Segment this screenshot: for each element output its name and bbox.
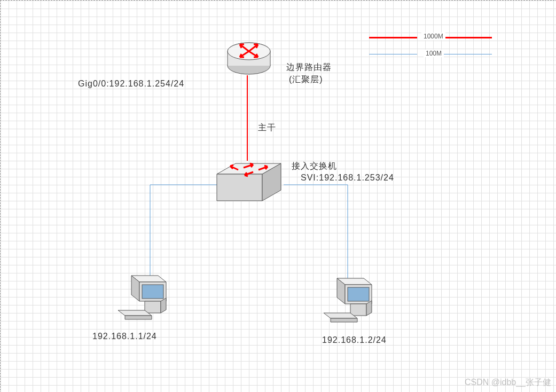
legend-100m-left [369, 54, 417, 54]
switch-icon [212, 153, 286, 214]
legend-100m-label: 100M [424, 50, 444, 57]
router-label-1: 边界路由器 [286, 62, 332, 73]
svg-marker-21 [331, 318, 357, 322]
trunk-label: 主干 [258, 122, 276, 134]
diagram-canvas: 1000M 100M 边界路由器 (汇聚层) Gig0/0:192.168.1.… [0, 0, 556, 392]
host1-ip: 192.168.1.1/24 [92, 332, 157, 341]
legend-100m-right [444, 54, 492, 54]
host2-ip: 192.168.1.2/24 [322, 335, 387, 345]
legend-1000m-right [444, 37, 492, 38]
svg-marker-18 [350, 304, 366, 316]
watermark: CSDN @idbb__张子健 [465, 377, 551, 388]
svg-rect-9 [142, 285, 163, 299]
svg-marker-10 [145, 301, 161, 313]
switch-label-1: 接入交换机 [292, 161, 337, 172]
router-icon [225, 33, 273, 79]
router-interface: Gig0/0:192.168.1.254/24 [78, 79, 184, 89]
router-label-2: (汇聚层) [289, 74, 323, 85]
host1-icon [115, 270, 169, 326]
svg-marker-4 [217, 174, 262, 201]
svg-marker-13 [125, 316, 152, 319]
host2-icon [321, 273, 374, 328]
legend-1000m-left [369, 37, 417, 38]
svg-rect-17 [348, 287, 369, 301]
legend-1000m-label: 1000M [421, 33, 445, 40]
switch-label-2: SVI:192.168.1.253/24 [301, 173, 394, 183]
